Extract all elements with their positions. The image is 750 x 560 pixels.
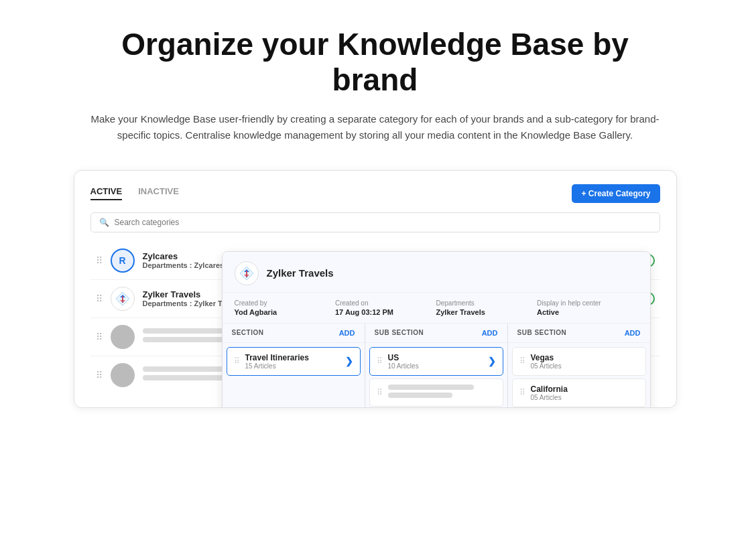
avatar-3	[111, 325, 135, 349]
section-item-count-us: 10 Articles	[388, 362, 483, 370]
section-col-2: SUB SECTION ADD ⠿ US 10 Articles ❯ ⠿	[365, 324, 508, 408]
section-item-vegas[interactable]: ⠿ Vegas 05 Articles	[512, 347, 646, 376]
section-item-content: Travel Itineraries 15 Articles	[245, 353, 340, 370]
section-add-3[interactable]: ADD	[625, 329, 641, 337]
section-label-3: SUB SECTION	[517, 329, 567, 336]
section-items-3: ⠿ Vegas 05 Articles ⠿ California 05 Arti…	[508, 343, 650, 408]
section-col-2-header: SUB SECTION ADD	[365, 324, 507, 343]
detail-header: Zylker Travels	[223, 252, 650, 293]
drag-icon-2: ⠿	[377, 356, 383, 366]
search-bar: 🔍	[90, 212, 660, 232]
page-title: Organize your Knowledge Base by brand	[107, 27, 643, 98]
section-item-name-us: US	[388, 353, 483, 362]
section-item-california[interactable]: ⠿ California 05 Articles	[512, 378, 646, 407]
main-card: ACTIVE INACTIVE + Create Category 🔍 ⠿ R …	[74, 170, 677, 408]
section-item-name-california: California	[531, 384, 639, 394]
section-label-2: SUB SECTION	[375, 329, 424, 336]
meta-created-on: Created on 17 Aug 03:12 PM	[335, 299, 436, 316]
chevron-right-icon: ❯	[345, 356, 353, 366]
section-items-1: ⠿ Travel Itineraries 15 Articles ❯	[223, 343, 365, 408]
avatar-zylker-travels	[111, 287, 135, 311]
drag-icon-vegas: ⠿	[519, 356, 525, 366]
tabs: ACTIVE INACTIVE	[90, 186, 179, 200]
section-item-count-california: 05 Articles	[531, 394, 639, 401]
drag-icon-3: ⠿	[377, 388, 383, 397]
section-item-us[interactable]: ⠿ US 10 Articles ❯	[369, 347, 503, 376]
drag-handle[interactable]: ⠿	[96, 255, 103, 266]
avatar-zylcares: R	[111, 249, 135, 273]
section-label-1: SECTION	[232, 329, 264, 336]
section-item-count-vegas: 05 Articles	[531, 362, 639, 370]
drag-icon-california: ⠿	[519, 388, 525, 397]
meta-departments: Departments Zylker Travels	[436, 299, 538, 316]
create-category-button[interactable]: + Create Category	[572, 184, 660, 203]
section-items-2: ⠿ US 10 Articles ❯ ⠿	[365, 343, 507, 408]
section-item-placeholder[interactable]: ⠿	[369, 378, 503, 407]
section-col-3: SUB SECTION ADD ⠿ Vegas 05 Articles ⠿	[508, 324, 650, 408]
drag-handle-2[interactable]: ⠿	[96, 293, 103, 304]
section-col-3-header: SUB SECTION ADD	[508, 324, 650, 343]
drag-handle-4[interactable]: ⠿	[96, 370, 103, 380]
top-bar: ACTIVE INACTIVE + Create Category	[90, 184, 660, 203]
section-item-content-2: US 10 Articles	[388, 353, 483, 370]
tab-inactive[interactable]: INACTIVE	[138, 186, 179, 200]
section-add-1[interactable]: ADD	[339, 329, 355, 337]
page-subtitle: Make your Knowledge Base user-friendly b…	[87, 111, 664, 143]
section-item-content-vegas: Vegas 05 Articles	[531, 353, 639, 370]
meta-created-by: Created by Yod Agbaria	[235, 299, 336, 316]
detail-meta: Created by Yod Agbaria Created on 17 Aug…	[223, 293, 650, 324]
section-add-2[interactable]: ADD	[482, 329, 498, 337]
tab-active[interactable]: ACTIVE	[90, 186, 123, 200]
detail-logo	[235, 261, 259, 285]
drag-handle-3[interactable]: ⠿	[96, 332, 103, 342]
detail-panel: Zylker Travels Created by Yod Agbaria Cr…	[222, 251, 651, 408]
section-col-1: SECTION ADD ⠿ Travel Itineraries 15 Arti…	[223, 324, 365, 408]
section-item-content-california: California 05 Articles	[531, 384, 639, 401]
section-item-count: 15 Articles	[245, 362, 340, 370]
section-item-travel-itineraries[interactable]: ⠿ Travel Itineraries 15 Articles ❯	[227, 347, 361, 376]
drag-icon: ⠿	[234, 356, 240, 366]
search-input[interactable]	[115, 218, 249, 227]
sections-grid: SECTION ADD ⠿ Travel Itineraries 15 Arti…	[223, 324, 650, 408]
section-item-name: Travel Itineraries	[245, 353, 340, 362]
chevron-right-icon-2: ❯	[488, 356, 496, 366]
meta-display: Display in help center Active	[537, 299, 638, 316]
section-col-1-header: SECTION ADD	[223, 324, 365, 343]
avatar-4	[111, 363, 135, 387]
section-item-name-vegas: Vegas	[531, 353, 639, 362]
detail-title: Zylker Travels	[267, 267, 334, 279]
search-icon: 🔍	[99, 218, 109, 227]
